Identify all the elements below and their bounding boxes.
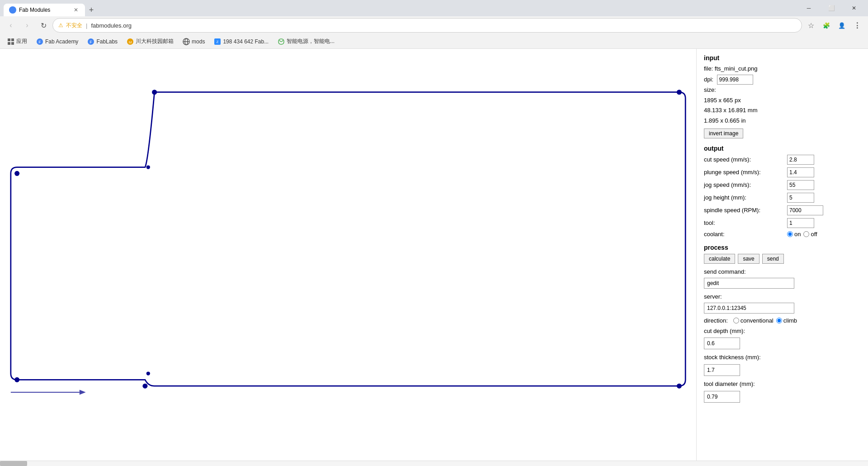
cut-speed-row: cut speed (mm/s): xyxy=(704,155,861,165)
save-button[interactable]: save xyxy=(738,254,759,264)
plunge-speed-input[interactable] xyxy=(787,167,814,177)
menu-button[interactable]: ⋮ xyxy=(850,18,864,33)
climb-text: climb xyxy=(783,317,797,324)
fablabs-icon: F xyxy=(87,38,94,45)
file-value: fts_mini_cut.png xyxy=(715,65,758,72)
coolant-on-text: on xyxy=(794,231,801,238)
input-title: input xyxy=(704,54,861,62)
climb-radio[interactable] xyxy=(776,318,782,323)
tool-diameter-label-row: tool diameter (mm): xyxy=(704,380,861,389)
new-tab-button[interactable]: + xyxy=(85,4,98,16)
svg-point-21 xyxy=(14,377,19,382)
power-icon xyxy=(278,38,285,45)
svg-text:F: F xyxy=(90,40,93,44)
nav-bar: ‹ › ↻ ⚠ 不安全 | fabmodules.org ☆ 🧩 👤 ⋮ xyxy=(0,16,868,34)
nav-actions: ☆ 🧩 👤 ⋮ xyxy=(804,18,864,33)
output-title: output xyxy=(704,145,861,152)
send-command-label: send command: xyxy=(704,268,746,275)
dpi-input[interactable] xyxy=(717,75,753,85)
maximize-button[interactable]: ⬜ xyxy=(821,1,842,15)
svg-point-19 xyxy=(142,384,147,389)
process-title: process xyxy=(704,244,861,251)
tool-diameter-label: tool diameter (mm): xyxy=(704,380,755,387)
bookmark-mail[interactable]: M 川大科技园邮箱 xyxy=(123,37,177,46)
server-input[interactable] xyxy=(704,303,794,314)
extensions-button[interactable]: 🧩 xyxy=(819,18,834,33)
close-button[interactable]: ✕ xyxy=(844,1,864,15)
tab-close-button[interactable]: ✕ xyxy=(72,6,80,14)
security-warning-icon: ⚠ xyxy=(58,22,63,29)
bookmark-fablabs[interactable]: F FabLabs xyxy=(84,37,121,46)
jog-speed-label: jog speed (mm/s): xyxy=(704,181,785,188)
bookmark-mail-label: 川大科技园邮箱 xyxy=(136,38,174,45)
horizontal-scrollbar[interactable] xyxy=(0,461,868,466)
bookmark-apps[interactable]: 应用 xyxy=(4,37,31,46)
cut-depth-input[interactable] xyxy=(704,338,740,349)
bookmark-mods[interactable]: mods xyxy=(179,37,208,46)
dpi-row: dpi: xyxy=(704,75,861,85)
output-section: output cut speed (mm/s): plunge speed (m… xyxy=(704,145,861,238)
active-tab[interactable]: Fab Modules ✕ xyxy=(4,4,85,16)
main-content: input file: fts_mini_cut.png dpi: size: … xyxy=(0,49,868,461)
size-px: 1895 x 665 px xyxy=(704,97,741,104)
insecure-label: 不安全 xyxy=(66,22,82,29)
bookmark-fab-academy[interactable]: F Fab Academy xyxy=(33,37,82,46)
window-controls: ─ ⬜ ✕ xyxy=(798,1,864,15)
scrollbar-thumb[interactable] xyxy=(0,461,27,466)
direction-radio-group: conventional climb xyxy=(733,317,797,324)
tool-input[interactable] xyxy=(787,218,814,228)
coolant-off-radio[interactable] xyxy=(803,231,809,237)
send-command-input[interactable] xyxy=(704,278,794,289)
tool-diameter-input[interactable] xyxy=(704,391,740,403)
coolant-off-text: off xyxy=(811,231,817,238)
svg-point-0 xyxy=(10,8,15,12)
bookmark-apps-label: 应用 xyxy=(16,38,27,45)
globe-icon xyxy=(183,38,190,45)
file-label: file: xyxy=(704,65,713,72)
conventional-radio[interactable] xyxy=(733,318,739,323)
conventional-label[interactable]: conventional xyxy=(733,317,774,324)
jog-height-row: jog height (mm): xyxy=(704,193,861,203)
svg-point-22 xyxy=(146,165,150,169)
stock-thickness-label: stock thickness (mm): xyxy=(704,354,761,361)
size-px-row: 1895 x 665 px xyxy=(704,96,861,105)
svg-rect-4 xyxy=(11,42,14,45)
forward-button[interactable]: › xyxy=(20,18,34,33)
svg-text:Z: Z xyxy=(217,40,219,44)
jog-speed-input[interactable] xyxy=(787,180,814,190)
address-bar[interactable]: ⚠ 不安全 | fabmodules.org xyxy=(52,18,802,33)
canvas-container xyxy=(5,53,692,456)
spindle-speed-input[interactable] xyxy=(787,205,823,215)
coolant-radio-group: on off xyxy=(787,231,817,238)
svg-point-20 xyxy=(14,171,19,176)
bookmark-zoom[interactable]: Z 198 434 642 Fab... xyxy=(210,37,272,46)
coolant-off-label[interactable]: off xyxy=(803,231,817,238)
toolpath-canvas xyxy=(5,53,692,456)
bookmark-icon[interactable]: ☆ xyxy=(804,18,818,33)
file-row: file: fts_mini_cut.png xyxy=(704,64,861,74)
svg-text:M: M xyxy=(129,40,132,44)
plunge-speed-row: plunge speed (mm/s): xyxy=(704,167,861,177)
back-button[interactable]: ‹ xyxy=(4,18,18,33)
size-mm: 48.133 x 16.891 mm xyxy=(704,107,758,114)
reload-button[interactable]: ↻ xyxy=(36,18,51,33)
profile-button[interactable]: 👤 xyxy=(835,18,849,33)
invert-image-button[interactable]: invert image xyxy=(704,128,743,138)
direction-row: direction: conventional climb xyxy=(704,317,861,324)
svg-point-16 xyxy=(152,90,157,95)
coolant-on-label[interactable]: on xyxy=(787,231,801,238)
jog-height-input[interactable] xyxy=(787,193,814,203)
minimize-button[interactable]: ─ xyxy=(798,1,819,15)
coolant-on-radio[interactable] xyxy=(787,231,793,237)
send-button[interactable]: send xyxy=(762,254,784,264)
address-separator: | xyxy=(86,22,87,29)
bookmark-power[interactable]: 智能电源，智能电... xyxy=(274,37,338,46)
climb-label[interactable]: climb xyxy=(776,317,797,324)
apps-icon xyxy=(7,38,14,45)
process-buttons: calculate save send xyxy=(704,254,861,264)
cut-speed-input[interactable] xyxy=(787,155,814,165)
stock-thickness-input[interactable] xyxy=(704,364,740,376)
direction-label: direction: xyxy=(704,317,728,324)
calculate-button[interactable]: calculate xyxy=(704,254,735,264)
svg-text:F: F xyxy=(38,40,41,44)
